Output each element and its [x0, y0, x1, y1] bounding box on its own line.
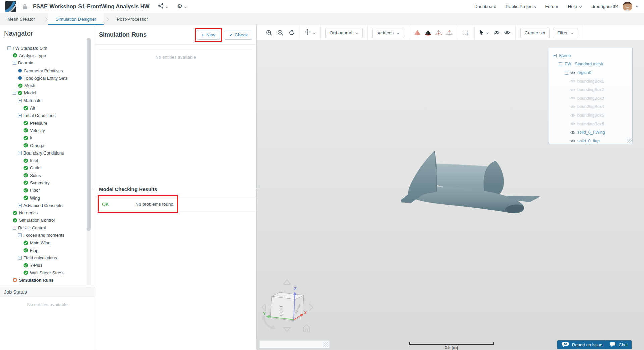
tree-item[interactable]: Mesh: [0, 82, 95, 89]
tree-item[interactable]: Wall Shear Stress: [0, 269, 95, 276]
tab-mesh-creator[interactable]: Mesh Creator: [0, 13, 42, 25]
nav-public-projects[interactable]: Public Projects: [506, 4, 536, 9]
eye-off-icon[interactable]: [570, 88, 575, 92]
mesh-quality-dark-button[interactable]: [425, 30, 431, 36]
resize-handle[interactable]: [627, 139, 632, 143]
tree-item[interactable]: Velocity: [0, 127, 95, 134]
hide-selection-button[interactable]: [493, 30, 500, 35]
settings-button[interactable]: ⚙: [177, 3, 187, 10]
zoom-in-button[interactable]: [266, 30, 272, 36]
nav-forum[interactable]: Forum: [545, 4, 558, 9]
collapse-icon[interactable]: [7, 46, 11, 50]
collapse-icon[interactable]: [559, 62, 562, 66]
collapse-icon[interactable]: [553, 54, 557, 57]
tree-item[interactable]: Geometry Primitives: [0, 67, 95, 74]
orientation-cube[interactable]: RIGHT LEFT BOTTOM Z Y X: [262, 278, 317, 335]
viewport[interactable]: Orthogonal surfaces: [257, 25, 644, 350]
scene-item[interactable]: solid_0_FWing: [552, 128, 632, 137]
tree-item[interactable]: Omega: [0, 142, 95, 149]
tree-item[interactable]: Sides: [0, 172, 95, 179]
expand-icon[interactable]: [18, 204, 22, 207]
tree-item[interactable]: Advanced Concepts: [0, 202, 95, 209]
tree-item[interactable]: Boundary Conditions: [0, 149, 95, 157]
select-tool-button[interactable]: [479, 29, 489, 36]
panel-resize-grip[interactable]: [256, 185, 258, 190]
create-set-button[interactable]: Create set: [520, 28, 550, 38]
scene-item[interactable]: boundingBox6: [552, 120, 632, 128]
tree-item[interactable]: Air: [0, 104, 95, 112]
tree-item[interactable]: Simulation Control: [0, 217, 95, 224]
chat-button[interactable]: Chat: [606, 340, 632, 349]
tree-item[interactable]: Initial Conditions: [0, 112, 95, 119]
scene-item[interactable]: FW - Standard mesh: [552, 60, 632, 68]
pan-tool-button[interactable]: [305, 29, 316, 36]
eye-off-icon[interactable]: [570, 114, 575, 117]
tree-item[interactable]: Wing: [0, 194, 95, 202]
collapse-icon[interactable]: [18, 99, 22, 102]
tree-item[interactable]: Floor: [0, 187, 95, 194]
tree-item[interactable]: Symmetry: [0, 179, 95, 186]
tree-item[interactable]: Simulation Runs: [0, 276, 95, 284]
mesh-quality-wire-button[interactable]: [446, 30, 453, 36]
tree-item[interactable]: Inlet: [0, 157, 95, 164]
collapse-icon[interactable]: [13, 91, 16, 95]
eye-icon[interactable]: [570, 139, 575, 143]
username[interactable]: drodriguez32: [591, 4, 618, 9]
navigator-scrollbar-thumb[interactable]: [87, 38, 91, 231]
nav-dashboard[interactable]: Dashboard: [474, 4, 496, 9]
show-all-button[interactable]: [504, 30, 511, 35]
tree-item[interactable]: Numerics: [0, 209, 95, 217]
collapse-icon[interactable]: [565, 71, 568, 75]
scene-item[interactable]: Scene: [552, 51, 632, 60]
scene-item[interactable]: boundingBox4: [552, 102, 632, 111]
tree-item[interactable]: Simulations: [0, 41, 95, 44]
scene-item[interactable]: boundingBox2: [552, 86, 632, 94]
collapse-icon[interactable]: [13, 61, 16, 65]
minimized-panel[interactable]: [259, 340, 330, 348]
eye-off-icon[interactable]: [570, 122, 575, 126]
tree-item[interactable]: Y-Plus: [0, 262, 95, 269]
scene-item[interactable]: region0: [552, 69, 632, 77]
projection-dropdown[interactable]: Orthogonal: [325, 28, 363, 38]
tree-item[interactable]: Outlet: [0, 164, 95, 172]
box-select-button[interactable]: [463, 30, 470, 36]
front-wing-model[interactable]: [396, 143, 544, 220]
share-button[interactable]: [158, 3, 168, 10]
tree-item[interactable]: Forces and moments: [0, 231, 95, 239]
check-button[interactable]: ✔ Check: [225, 30, 252, 40]
tree-item[interactable]: k: [0, 134, 95, 142]
nav-help[interactable]: Help: [568, 4, 582, 9]
chevron-down-icon[interactable]: [636, 6, 639, 8]
eye-off-icon[interactable]: [570, 96, 575, 100]
tab-simulation-designer[interactable]: Simulation Designer: [48, 13, 104, 25]
mesh-quality-outline-button[interactable]: [435, 30, 442, 36]
eye-icon[interactable]: [570, 71, 575, 75]
collapse-icon[interactable]: [18, 151, 22, 155]
report-issue-button[interactable]: Report an issue: [557, 340, 606, 349]
mesh-quality-solid-button[interactable]: [414, 30, 421, 36]
avatar[interactable]: [623, 2, 632, 11]
collapse-icon[interactable]: [18, 114, 22, 117]
scene-item[interactable]: boundingBox1: [552, 77, 632, 85]
tree-item[interactable]: Result Control: [0, 224, 95, 231]
filter-dropdown[interactable]: Filter: [553, 28, 578, 38]
scene-item[interactable]: boundingBox5: [552, 111, 632, 120]
refresh-view-button[interactable]: [289, 30, 295, 36]
tree-item[interactable]: Pressure: [0, 119, 95, 127]
new-run-button[interactable]: + New: [197, 30, 220, 40]
tree-item[interactable]: Main Wing: [0, 239, 95, 247]
tab-post-processor[interactable]: Post-Processor: [110, 13, 155, 25]
tree-item[interactable]: FW Standard Sim: [0, 44, 95, 52]
tree-item[interactable]: Topological Entity Sets: [0, 74, 95, 82]
scene-item[interactable]: solid_0_flap: [552, 137, 632, 145]
tree-item[interactable]: Materials: [0, 97, 95, 104]
eye-icon[interactable]: [570, 131, 575, 134]
eye-off-icon[interactable]: [570, 105, 575, 109]
panel-resize-grip[interactable]: [93, 185, 95, 190]
tree-item[interactable]: Flap: [0, 247, 95, 254]
render-mode-dropdown[interactable]: surfaces: [372, 28, 404, 38]
scene-item[interactable]: boundingBox3: [552, 94, 632, 102]
collapse-icon[interactable]: [18, 256, 22, 260]
tree-item[interactable]: Analysis Type: [0, 52, 95, 59]
tree-item[interactable]: Domain: [0, 59, 95, 67]
